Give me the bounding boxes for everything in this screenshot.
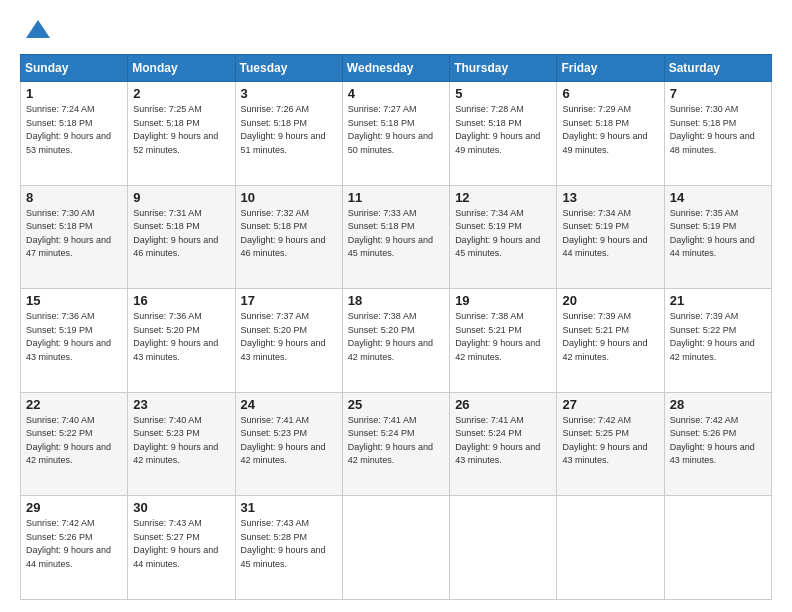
day-number: 12 <box>455 190 551 205</box>
calendar-weekday-sunday: Sunday <box>21 55 128 82</box>
calendar-cell: 17Sunrise: 7:37 AMSunset: 5:20 PMDayligh… <box>235 289 342 393</box>
day-info: Sunrise: 7:24 AMSunset: 5:18 PMDaylight:… <box>26 103 122 157</box>
calendar-week-1: 1Sunrise: 7:24 AMSunset: 5:18 PMDaylight… <box>21 82 772 186</box>
calendar-cell <box>557 496 664 600</box>
day-number: 26 <box>455 397 551 412</box>
calendar-cell: 27Sunrise: 7:42 AMSunset: 5:25 PMDayligh… <box>557 392 664 496</box>
calendar-cell <box>664 496 771 600</box>
day-number: 5 <box>455 86 551 101</box>
day-number: 1 <box>26 86 122 101</box>
calendar-week-5: 29Sunrise: 7:42 AMSunset: 5:26 PMDayligh… <box>21 496 772 600</box>
calendar-cell: 13Sunrise: 7:34 AMSunset: 5:19 PMDayligh… <box>557 185 664 289</box>
calendar-week-4: 22Sunrise: 7:40 AMSunset: 5:22 PMDayligh… <box>21 392 772 496</box>
day-info: Sunrise: 7:42 AMSunset: 5:26 PMDaylight:… <box>670 414 766 468</box>
day-number: 17 <box>241 293 337 308</box>
day-info: Sunrise: 7:41 AMSunset: 5:24 PMDaylight:… <box>455 414 551 468</box>
calendar-cell: 12Sunrise: 7:34 AMSunset: 5:19 PMDayligh… <box>450 185 557 289</box>
day-info: Sunrise: 7:43 AMSunset: 5:28 PMDaylight:… <box>241 517 337 571</box>
day-number: 8 <box>26 190 122 205</box>
day-info: Sunrise: 7:29 AMSunset: 5:18 PMDaylight:… <box>562 103 658 157</box>
calendar-header-row: SundayMondayTuesdayWednesdayThursdayFrid… <box>21 55 772 82</box>
calendar-table: SundayMondayTuesdayWednesdayThursdayFrid… <box>20 54 772 600</box>
day-info: Sunrise: 7:38 AMSunset: 5:21 PMDaylight:… <box>455 310 551 364</box>
day-number: 13 <box>562 190 658 205</box>
day-number: 6 <box>562 86 658 101</box>
day-number: 22 <box>26 397 122 412</box>
day-number: 3 <box>241 86 337 101</box>
calendar-cell: 4Sunrise: 7:27 AMSunset: 5:18 PMDaylight… <box>342 82 449 186</box>
day-number: 9 <box>133 190 229 205</box>
calendar-weekday-tuesday: Tuesday <box>235 55 342 82</box>
day-info: Sunrise: 7:28 AMSunset: 5:18 PMDaylight:… <box>455 103 551 157</box>
calendar-cell: 1Sunrise: 7:24 AMSunset: 5:18 PMDaylight… <box>21 82 128 186</box>
calendar-cell: 15Sunrise: 7:36 AMSunset: 5:19 PMDayligh… <box>21 289 128 393</box>
day-number: 30 <box>133 500 229 515</box>
day-number: 10 <box>241 190 337 205</box>
calendar-cell: 6Sunrise: 7:29 AMSunset: 5:18 PMDaylight… <box>557 82 664 186</box>
day-info: Sunrise: 7:32 AMSunset: 5:18 PMDaylight:… <box>241 207 337 261</box>
calendar-cell: 7Sunrise: 7:30 AMSunset: 5:18 PMDaylight… <box>664 82 771 186</box>
calendar-cell: 20Sunrise: 7:39 AMSunset: 5:21 PMDayligh… <box>557 289 664 393</box>
calendar-cell <box>450 496 557 600</box>
day-number: 2 <box>133 86 229 101</box>
calendar-cell <box>342 496 449 600</box>
calendar-weekday-saturday: Saturday <box>664 55 771 82</box>
calendar-week-3: 15Sunrise: 7:36 AMSunset: 5:19 PMDayligh… <box>21 289 772 393</box>
logo <box>20 16 52 44</box>
day-number: 31 <box>241 500 337 515</box>
header <box>20 16 772 44</box>
calendar-weekday-friday: Friday <box>557 55 664 82</box>
day-info: Sunrise: 7:40 AMSunset: 5:23 PMDaylight:… <box>133 414 229 468</box>
day-info: Sunrise: 7:27 AMSunset: 5:18 PMDaylight:… <box>348 103 444 157</box>
day-info: Sunrise: 7:42 AMSunset: 5:26 PMDaylight:… <box>26 517 122 571</box>
day-info: Sunrise: 7:25 AMSunset: 5:18 PMDaylight:… <box>133 103 229 157</box>
calendar-cell: 9Sunrise: 7:31 AMSunset: 5:18 PMDaylight… <box>128 185 235 289</box>
calendar-cell: 19Sunrise: 7:38 AMSunset: 5:21 PMDayligh… <box>450 289 557 393</box>
logo-icon <box>24 16 52 44</box>
calendar-cell: 10Sunrise: 7:32 AMSunset: 5:18 PMDayligh… <box>235 185 342 289</box>
day-info: Sunrise: 7:39 AMSunset: 5:22 PMDaylight:… <box>670 310 766 364</box>
calendar-week-2: 8Sunrise: 7:30 AMSunset: 5:18 PMDaylight… <box>21 185 772 289</box>
calendar-cell: 11Sunrise: 7:33 AMSunset: 5:18 PMDayligh… <box>342 185 449 289</box>
day-number: 19 <box>455 293 551 308</box>
day-info: Sunrise: 7:36 AMSunset: 5:19 PMDaylight:… <box>26 310 122 364</box>
day-info: Sunrise: 7:34 AMSunset: 5:19 PMDaylight:… <box>562 207 658 261</box>
svg-marker-0 <box>26 20 50 38</box>
day-info: Sunrise: 7:31 AMSunset: 5:18 PMDaylight:… <box>133 207 229 261</box>
day-info: Sunrise: 7:40 AMSunset: 5:22 PMDaylight:… <box>26 414 122 468</box>
calendar-cell: 18Sunrise: 7:38 AMSunset: 5:20 PMDayligh… <box>342 289 449 393</box>
calendar-weekday-thursday: Thursday <box>450 55 557 82</box>
calendar-cell: 2Sunrise: 7:25 AMSunset: 5:18 PMDaylight… <box>128 82 235 186</box>
calendar-cell: 14Sunrise: 7:35 AMSunset: 5:19 PMDayligh… <box>664 185 771 289</box>
day-info: Sunrise: 7:41 AMSunset: 5:23 PMDaylight:… <box>241 414 337 468</box>
calendar-weekday-wednesday: Wednesday <box>342 55 449 82</box>
calendar-cell: 5Sunrise: 7:28 AMSunset: 5:18 PMDaylight… <box>450 82 557 186</box>
day-info: Sunrise: 7:38 AMSunset: 5:20 PMDaylight:… <box>348 310 444 364</box>
day-number: 18 <box>348 293 444 308</box>
calendar-cell: 28Sunrise: 7:42 AMSunset: 5:26 PMDayligh… <box>664 392 771 496</box>
day-info: Sunrise: 7:33 AMSunset: 5:18 PMDaylight:… <box>348 207 444 261</box>
calendar-cell: 29Sunrise: 7:42 AMSunset: 5:26 PMDayligh… <box>21 496 128 600</box>
calendar-cell: 22Sunrise: 7:40 AMSunset: 5:22 PMDayligh… <box>21 392 128 496</box>
day-number: 27 <box>562 397 658 412</box>
day-number: 24 <box>241 397 337 412</box>
day-info: Sunrise: 7:41 AMSunset: 5:24 PMDaylight:… <box>348 414 444 468</box>
day-info: Sunrise: 7:35 AMSunset: 5:19 PMDaylight:… <box>670 207 766 261</box>
day-info: Sunrise: 7:30 AMSunset: 5:18 PMDaylight:… <box>670 103 766 157</box>
calendar-cell: 26Sunrise: 7:41 AMSunset: 5:24 PMDayligh… <box>450 392 557 496</box>
calendar-cell: 24Sunrise: 7:41 AMSunset: 5:23 PMDayligh… <box>235 392 342 496</box>
day-info: Sunrise: 7:36 AMSunset: 5:20 PMDaylight:… <box>133 310 229 364</box>
day-number: 4 <box>348 86 444 101</box>
day-info: Sunrise: 7:26 AMSunset: 5:18 PMDaylight:… <box>241 103 337 157</box>
calendar-cell: 25Sunrise: 7:41 AMSunset: 5:24 PMDayligh… <box>342 392 449 496</box>
calendar-cell: 21Sunrise: 7:39 AMSunset: 5:22 PMDayligh… <box>664 289 771 393</box>
calendar-weekday-monday: Monday <box>128 55 235 82</box>
day-info: Sunrise: 7:37 AMSunset: 5:20 PMDaylight:… <box>241 310 337 364</box>
calendar-cell: 31Sunrise: 7:43 AMSunset: 5:28 PMDayligh… <box>235 496 342 600</box>
day-number: 29 <box>26 500 122 515</box>
day-info: Sunrise: 7:34 AMSunset: 5:19 PMDaylight:… <box>455 207 551 261</box>
day-number: 21 <box>670 293 766 308</box>
day-number: 14 <box>670 190 766 205</box>
calendar-cell: 8Sunrise: 7:30 AMSunset: 5:18 PMDaylight… <box>21 185 128 289</box>
day-number: 23 <box>133 397 229 412</box>
